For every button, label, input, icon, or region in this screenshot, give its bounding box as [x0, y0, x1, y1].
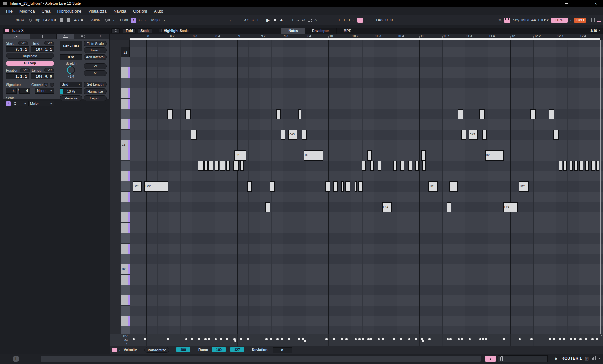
midi-note[interactable]: [596, 161, 599, 171]
automation-arm-icon[interactable]: ~: [297, 18, 299, 22]
velocity-marker[interactable]: [298, 338, 300, 340]
velocity-marker[interactable]: [469, 338, 471, 340]
velocity-marker[interactable]: [574, 338, 576, 340]
nudge-down-icon[interactable]: [59, 18, 63, 22]
midi-note[interactable]: [378, 161, 382, 171]
follow-toggle[interactable]: Follow: [14, 18, 24, 22]
piano-key[interactable]: [121, 212, 130, 223]
groove-commit-icon[interactable]: ↻: [44, 83, 48, 87]
groove-apply-icon[interactable]: →: [50, 83, 54, 87]
transpose-field[interactable]: 0 st: [60, 54, 82, 60]
clip-color-swatch[interactable]: [5, 29, 9, 32]
piano-key[interactable]: [121, 275, 130, 285]
velocity-marker[interactable]: [458, 338, 460, 340]
groove-amount-field[interactable]: 130%: [89, 18, 100, 22]
piano-key[interactable]: [121, 326, 130, 334]
velocity-marker[interactable]: [185, 338, 187, 340]
menu-item-file[interactable]: File: [3, 7, 16, 15]
length-set-button[interactable]: Set: [44, 68, 54, 72]
follow-arrow-icon[interactable]: →: [227, 18, 231, 22]
grid-selector[interactable]: Grid▼: [60, 82, 82, 87]
midi-note[interactable]: [233, 161, 238, 171]
velocity-marker[interactable]: [370, 338, 372, 340]
midi-note[interactable]: [549, 109, 554, 119]
midi-note[interactable]: [553, 130, 559, 140]
velocity-marker[interactable]: [355, 338, 357, 340]
velocity-marker[interactable]: [485, 338, 487, 340]
tab-clip[interactable]: ▶: [3, 34, 30, 39]
velocity-marker[interactable]: [400, 338, 402, 340]
midi-note[interactable]: [579, 161, 583, 171]
midi-note[interactable]: F#2: [382, 202, 392, 212]
ramp-to-field[interactable]: 127: [230, 347, 244, 352]
duplicate-button[interactable]: Duplicate: [6, 53, 54, 59]
velocity-marker[interactable]: [240, 338, 242, 340]
midi-note[interactable]: [215, 161, 219, 171]
show-push-button[interactable]: ▲: [485, 356, 496, 362]
router-play-icon[interactable]: ▶: [555, 357, 558, 360]
midi-note[interactable]: [247, 181, 252, 192]
midi-note[interactable]: B2: [485, 150, 504, 161]
velocity-marker[interactable]: [204, 338, 207, 340]
key-root-selector[interactable]: C: [139, 18, 142, 22]
velocity-marker[interactable]: [449, 338, 452, 340]
piano-key[interactable]: [121, 171, 130, 181]
loop-length-field[interactable]: 148. 0. 0: [370, 18, 393, 22]
grid-resolution-caret-icon[interactable]: ▼: [598, 29, 600, 32]
metronome-caret-icon[interactable]: ▼: [113, 19, 115, 21]
piano-key[interactable]: [121, 88, 130, 99]
fold-button[interactable]: Fold: [123, 28, 136, 33]
velocity-marker[interactable]: [345, 338, 348, 340]
velocity-marker[interactable]: [198, 338, 200, 340]
clip-loop-bar[interactable]: [130, 38, 600, 40]
midi-note[interactable]: [276, 109, 281, 119]
midi-note[interactable]: [345, 181, 350, 192]
midi-note[interactable]: [461, 130, 466, 140]
velocity-marker[interactable]: [247, 338, 249, 340]
midi-note[interactable]: G#2: [144, 181, 168, 192]
piano-key[interactable]: [121, 130, 130, 140]
velocity-marker[interactable]: [503, 338, 505, 340]
piano-key[interactable]: [121, 109, 130, 119]
signature-numerator-field[interactable]: 4: [6, 88, 17, 94]
tab-envelopes[interactable]: Envelopes: [305, 28, 337, 34]
velocity-marker[interactable]: [265, 338, 268, 340]
velocity-marker[interactable]: [378, 338, 380, 340]
piano-key[interactable]: [121, 244, 130, 254]
velocity-marker[interactable]: [358, 338, 361, 340]
piano-key[interactable]: C2: [121, 264, 130, 275]
link-icon[interactable]: [3, 18, 4, 22]
velocity-marker[interactable]: [276, 338, 279, 340]
midi-note[interactable]: [341, 181, 344, 192]
midi-note[interactable]: [370, 161, 374, 171]
reverse-button[interactable]: Reverse: [60, 95, 82, 101]
piano-key[interactable]: [121, 192, 130, 202]
midi-note[interactable]: [393, 161, 397, 171]
tab-notes[interactable]: Notes: [281, 28, 305, 34]
velocity-marker[interactable]: [461, 338, 463, 340]
highlight-scale-checkbox[interactable]: [159, 29, 162, 32]
loop-toggle-button[interactable]: ↻ Loop: [6, 61, 54, 66]
midi-note[interactable]: [479, 109, 485, 119]
velocity-marker[interactable]: [341, 338, 343, 340]
scale-button[interactable]: Scale: [138, 28, 152, 33]
velocity-marker[interactable]: [191, 338, 193, 340]
stop-button[interactable]: ■: [274, 18, 276, 22]
piano-key[interactable]: [121, 233, 130, 244]
maximize-button[interactable]: [574, 0, 589, 7]
vertical-scrollbar[interactable]: [600, 40, 601, 334]
stretch-knob[interactable]: [67, 66, 75, 74]
time-signature-field[interactable]: 4 / 4: [74, 18, 83, 22]
tap-tempo-button[interactable]: Tap: [34, 18, 40, 22]
fit-to-scale-button[interactable]: Fit to Scale: [84, 41, 107, 46]
midi-note[interactable]: [482, 130, 487, 140]
half-time-button[interactable]: /2: [84, 70, 107, 76]
piano-key[interactable]: [121, 254, 130, 264]
midi-note[interactable]: [191, 130, 197, 140]
velocity-marker[interactable]: [553, 338, 555, 340]
add-interval-button[interactable]: Add Interval: [84, 54, 107, 60]
velocity-marker[interactable]: [302, 338, 304, 340]
capture-midi-icon[interactable]: ○: [314, 18, 317, 22]
midi-note[interactable]: G#2: [519, 181, 529, 192]
menu-item-crea[interactable]: Crea: [38, 7, 54, 15]
